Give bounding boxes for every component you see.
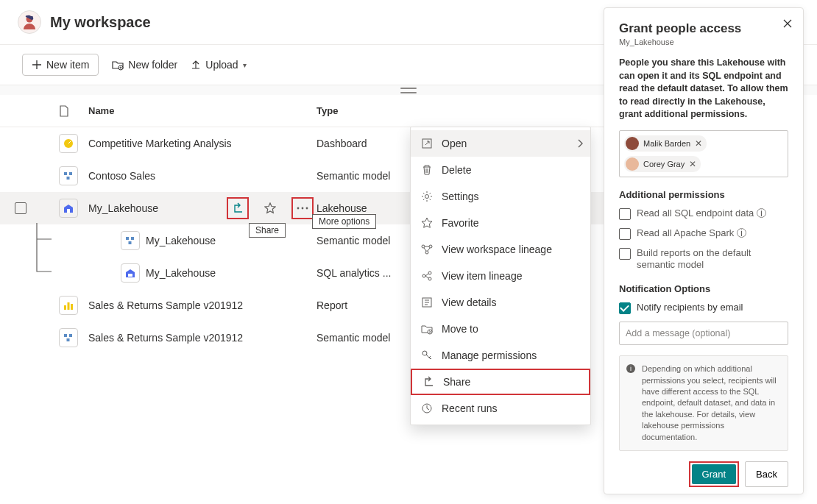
more-options-action[interactable] — [291, 197, 314, 219]
item-name: Competitive Marketing Analysis — [88, 138, 232, 149]
ctx-view-details[interactable]: View details — [411, 289, 590, 316]
svg-rect-3 — [64, 172, 67, 175]
checkbox[interactable] — [619, 208, 631, 220]
dashboard-icon — [59, 134, 78, 153]
chevron-right-icon — [577, 139, 583, 148]
favorite-action[interactable] — [259, 197, 281, 219]
trash-icon — [421, 164, 433, 176]
svg-rect-19 — [67, 338, 70, 341]
avatar-icon — [626, 157, 639, 171]
message-input[interactable]: Add a message (optional) — [619, 322, 788, 345]
share-action[interactable] — [227, 197, 249, 219]
new-item-label: New item — [46, 59, 89, 71]
plus-icon — [32, 60, 42, 70]
info-icon[interactable]: i — [757, 208, 766, 218]
svg-rect-16 — [71, 304, 73, 310]
move-icon — [421, 323, 433, 335]
open-icon — [421, 138, 433, 149]
lineage-icon — [421, 244, 433, 255]
details-icon — [421, 297, 433, 308]
gear-icon — [421, 191, 433, 202]
people-input[interactable]: Malik Barden ✕ Corey Gray ✕ — [619, 130, 788, 177]
svg-point-8 — [302, 207, 304, 210]
share-icon — [422, 376, 434, 388]
ctx-move-to[interactable]: Move to — [411, 316, 590, 342]
semantic-model-icon — [121, 231, 140, 250]
context-menu: Open Delete Settings Favorite View works… — [410, 127, 591, 425]
upload-icon — [191, 60, 201, 70]
close-panel-button[interactable] — [782, 18, 793, 29]
back-button[interactable]: Back — [745, 461, 788, 487]
additional-permissions-heading: Additional permissions — [619, 189, 788, 200]
svg-rect-10 — [126, 237, 129, 240]
grant-button-highlight: Grant — [689, 461, 740, 487]
new-folder-button[interactable]: New folder — [112, 59, 177, 71]
avatar-icon — [626, 137, 639, 150]
star-icon — [264, 202, 276, 214]
info-icon[interactable]: i — [737, 228, 746, 238]
perm-row-spark[interactable]: Read all Apache Spark i — [619, 227, 788, 240]
grant-access-panel: Grant people access My_Lakehouse People … — [604, 7, 804, 494]
svg-point-27 — [428, 277, 431, 280]
lakehouse-icon — [59, 199, 78, 218]
ctx-share[interactable]: Share — [411, 369, 590, 395]
remove-chip-icon[interactable]: ✕ — [695, 138, 702, 149]
column-name[interactable]: Name — [88, 105, 316, 116]
ctx-item-lineage[interactable]: View item lineage — [411, 263, 590, 289]
notify-row[interactable]: Notify recipients by email — [619, 302, 788, 314]
svg-rect-15 — [68, 302, 70, 310]
panel-title: Grant people access — [619, 21, 788, 36]
upload-button[interactable]: Upload ▾ — [191, 59, 246, 71]
svg-rect-6 — [67, 209, 70, 213]
new-item-button[interactable]: New item — [22, 54, 99, 76]
star-icon — [421, 217, 433, 229]
people-chip[interactable]: Corey Gray ✕ — [624, 156, 701, 172]
info-callout: i Depending on which additional permissi… — [619, 355, 788, 451]
svg-point-25 — [422, 274, 425, 277]
ctx-delete[interactable]: Delete — [411, 157, 590, 183]
item-name: Sales & Returns Sample v201912 — [88, 332, 243, 344]
ctx-workspace-lineage[interactable]: View workspace lineage — [411, 236, 590, 263]
chevron-down-icon: ▾ — [243, 61, 247, 69]
close-icon — [782, 18, 793, 29]
key-icon — [421, 349, 433, 361]
svg-point-7 — [297, 207, 300, 210]
notification-heading: Notification Options — [619, 283, 788, 294]
table-header-row: Name Type — [0, 95, 604, 127]
panel-description: People you share this Lakehouse with can… — [619, 57, 788, 121]
ctx-settings[interactable]: Settings — [411, 183, 590, 210]
row-checkbox[interactable] — [15, 202, 26, 214]
perm-row-build[interactable]: Build reports on the default semantic mo… — [619, 247, 788, 272]
svg-point-9 — [306, 207, 308, 210]
people-chip[interactable]: Malik Barden ✕ — [624, 135, 707, 152]
perm-row-sql[interactable]: Read all SQL endpoint data i — [619, 207, 788, 220]
svg-rect-12 — [129, 241, 132, 244]
checkbox-checked[interactable] — [619, 302, 631, 314]
item-name: My_Lakehouse — [146, 267, 216, 279]
sql-endpoint-icon — [121, 263, 140, 283]
remove-chip-icon[interactable]: ✕ — [689, 159, 696, 169]
svg-point-29 — [428, 330, 432, 334]
column-type[interactable]: Type — [316, 105, 464, 116]
checkbox[interactable] — [619, 228, 631, 240]
svg-rect-11 — [131, 237, 134, 240]
ctx-recent-runs[interactable]: Recent runs — [411, 395, 590, 422]
item-name: My_Lakehouse — [146, 235, 216, 246]
svg-rect-14 — [64, 305, 66, 310]
info-icon: i — [626, 363, 636, 374]
item-name: Sales & Returns Sample v201912 — [88, 299, 243, 311]
share-icon — [232, 202, 244, 214]
svg-point-26 — [428, 271, 431, 274]
svg-rect-17 — [64, 334, 67, 337]
svg-text:i: i — [630, 365, 632, 372]
semantic-model-icon — [59, 166, 78, 185]
file-header-icon — [59, 105, 69, 117]
ctx-open[interactable]: Open — [411, 130, 590, 157]
ctx-favorite[interactable]: Favorite — [411, 210, 590, 236]
ctx-manage-permissions[interactable]: Manage permissions — [411, 342, 590, 369]
checkbox[interactable] — [619, 248, 631, 260]
semantic-model-icon — [59, 328, 78, 347]
grant-button[interactable]: Grant — [692, 464, 737, 484]
upload-label: Upload — [205, 59, 238, 71]
person-avatar-icon — [21, 14, 38, 30]
